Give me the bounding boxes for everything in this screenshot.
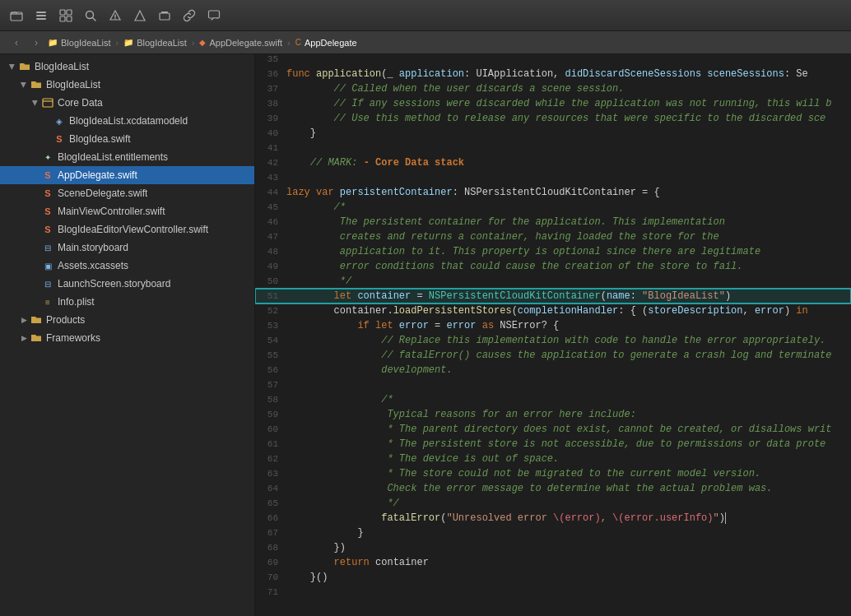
- warning-button[interactable]: [105, 6, 125, 25]
- line-content-41[interactable]: [286, 141, 851, 155]
- line-content-52[interactable]: container.loadPersistentStores(completio…: [286, 303, 851, 318]
- sidebar-item-scenedelegate[interactable]: ▶SSceneDelegate.swift: [0, 184, 254, 202]
- line-content-70[interactable]: }(): [286, 570, 851, 585]
- line-content-58[interactable]: /*: [286, 392, 851, 407]
- sidebar-item-frameworks[interactable]: ▶Frameworks: [0, 329, 254, 347]
- token-fn: loadPersistentStores: [393, 305, 512, 317]
- line-content-61[interactable]: * The persistent store is not accessible…: [286, 437, 851, 452]
- nav-back-button[interactable]: ‹: [8, 35, 25, 51]
- line-content-68[interactable]: }): [286, 540, 851, 555]
- tree-arrow-products[interactable]: ▶: [18, 314, 30, 326]
- sidebar-item-products[interactable]: ▶Products: [0, 311, 254, 329]
- line-content-35[interactable]: [286, 54, 851, 67]
- line-content-37[interactable]: // Called when the user discards a scene…: [286, 81, 851, 96]
- sidebar-item-editorvc[interactable]: ▶SBlogIdeaEditorViewController.swift: [0, 220, 254, 239]
- breadcrumb-item-appdelegate[interactable]: AppDelegate.swift: [209, 38, 282, 48]
- layers-button[interactable]: [155, 6, 174, 25]
- line-content-65[interactable]: */: [286, 496, 851, 511]
- token-plain: }: [286, 527, 364, 539]
- token-plain: [370, 320, 375, 331]
- token-plain: ): [719, 512, 725, 524]
- line-content-43[interactable]: [286, 170, 851, 185]
- search-button[interactable]: [81, 6, 100, 25]
- line-content-45[interactable]: /*: [286, 200, 851, 215]
- code-line-39: 39 // Use this method to release any res…: [255, 111, 851, 126]
- breadcrumb-item-blogidealist[interactable]: BlogIdeaList: [61, 38, 111, 48]
- folder-button[interactable]: [7, 6, 26, 25]
- line-content-57[interactable]: [286, 377, 851, 392]
- sidebar-item-launchscreen[interactable]: ▶⊟LaunchScreen.storyboard: [0, 275, 254, 293]
- line-content-46[interactable]: The persistent container for the applica…: [286, 215, 851, 229]
- line-content-48[interactable]: application to it. This property is opti…: [286, 244, 851, 259]
- group-button[interactable]: [56, 6, 76, 25]
- token-mark: - Core Data stack: [364, 157, 464, 169]
- line-content-38[interactable]: // If any sessions were discarded while …: [286, 96, 851, 111]
- line-number-64: 64: [255, 481, 286, 496]
- line-content-60[interactable]: * The parent directory does not exist, c…: [286, 422, 851, 437]
- tree-arrow-blogidea[interactable]: ▶: [18, 79, 30, 90]
- line-content-54[interactable]: // Replace this implementation with code…: [286, 333, 851, 348]
- xcassets-icon-assets: ▣: [41, 259, 54, 272]
- line-content-51[interactable]: let container = NSPersistentCloudKitCont…: [286, 289, 851, 303]
- sidebar-item-blogidea_swift[interactable]: ▶SBlogIdea.swift: [0, 130, 254, 148]
- shape-button[interactable]: [130, 6, 150, 25]
- token-plain: [393, 320, 399, 331]
- sidebar: ▶BlogIdeaList▶BlogIdeaList▶Core Data▶◈Bl…: [0, 54, 255, 616]
- sidebar-item-label-appdelegate: AppDelegate.swift: [58, 169, 137, 181]
- sidebar-item-xcdatamodel[interactable]: ▶◈BlogIdeaList.xcdatamodeld: [0, 112, 254, 130]
- token-plain: [334, 187, 340, 198]
- line-content-53[interactable]: if let error = error as NSError? {: [286, 318, 851, 333]
- comment-button[interactable]: [204, 6, 224, 25]
- token-plain: ,: [743, 305, 755, 317]
- sidebar-item-blogidea[interactable]: ▶BlogIdeaList: [0, 76, 254, 94]
- list-button[interactable]: [31, 6, 51, 25]
- line-content-66[interactable]: fatalError("Unresolved error \(error), \…: [286, 511, 851, 526]
- sidebar-item-assets[interactable]: ▶▣Assets.xcassets: [0, 257, 254, 275]
- svg-point-11: [114, 18, 116, 20]
- link-button[interactable]: [179, 6, 199, 25]
- code-line-65: 65 */: [255, 496, 851, 511]
- breadcrumb-item-blogidealist2[interactable]: BlogIdeaList: [137, 38, 187, 48]
- sidebar-item-root[interactable]: ▶BlogIdeaList: [0, 58, 254, 76]
- folder-icon-products: [30, 313, 43, 327]
- sidebar-item-mainstoryboard[interactable]: ▶⊟Main.storyboard: [0, 239, 254, 257]
- line-content-47[interactable]: creates and returns a container, having …: [286, 229, 851, 244]
- token-kw: return: [334, 557, 370, 568]
- line-content-42[interactable]: // MARK: - Core Data stack: [286, 155, 851, 170]
- sidebar-item-infoplist[interactable]: ▶≡Info.plist: [0, 293, 254, 311]
- line-content-62[interactable]: * The device is out of space.: [286, 452, 851, 466]
- line-content-64[interactable]: Check the error message to determine wha…: [286, 481, 851, 496]
- token-fn: application: [316, 68, 381, 80]
- line-content-59[interactable]: Typical reasons for an error here includ…: [286, 407, 851, 422]
- code-content[interactable]: 30func application(_ application: UIAppl…: [255, 54, 851, 616]
- code-line-47: 47 creates and returns a container, havi…: [255, 229, 851, 244]
- sidebar-item-coredata[interactable]: ▶Core Data: [0, 94, 254, 112]
- storyboard-icon-mainstoryboard: ⊟: [41, 241, 54, 254]
- sidebar-item-entitlements[interactable]: ▶✦BlogIdeaList.entitlements: [0, 148, 254, 166]
- toolbar: [0, 0, 851, 31]
- token-plain: NSError? {: [494, 320, 559, 331]
- nav-forward-button[interactable]: ›: [28, 35, 44, 51]
- line-content-44[interactable]: lazy var persistentContainer: NSPersiste…: [286, 185, 851, 200]
- tree-arrow-coredata[interactable]: ▶: [30, 97, 41, 109]
- tree-arrow-frameworks[interactable]: ▶: [18, 332, 30, 344]
- code-line-68: 68 }): [255, 540, 851, 555]
- line-content-36[interactable]: func application(_ application: UIApplic…: [286, 67, 851, 81]
- line-content-71[interactable]: [286, 585, 851, 600]
- line-content-50[interactable]: */: [286, 274, 851, 289]
- line-content-49[interactable]: error conditions that could cause the cr…: [286, 259, 851, 274]
- tree-arrow-root[interactable]: ▶: [7, 61, 18, 72]
- line-content-56[interactable]: development.: [286, 363, 851, 377]
- sidebar-item-mainvc[interactable]: ▶SMainViewController.swift: [0, 202, 254, 220]
- breadcrumb-item-class[interactable]: AppDelegate: [305, 38, 357, 48]
- line-content-69[interactable]: return container: [286, 555, 851, 570]
- swift-icon-blogidea_swift: S: [53, 132, 66, 146]
- token-comment: // fatalError() causes the application t…: [286, 350, 832, 361]
- line-content-67[interactable]: }: [286, 526, 851, 540]
- line-content-40[interactable]: }: [286, 126, 851, 141]
- token-plain: }(): [286, 572, 328, 583]
- line-content-39[interactable]: // Use this method to release any resour…: [286, 111, 851, 126]
- sidebar-item-appdelegate[interactable]: ▶SAppDelegate.swift: [0, 166, 254, 184]
- line-content-63[interactable]: * The store could not be migrated to the…: [286, 466, 851, 481]
- line-content-55[interactable]: // fatalError() causes the application t…: [286, 348, 851, 363]
